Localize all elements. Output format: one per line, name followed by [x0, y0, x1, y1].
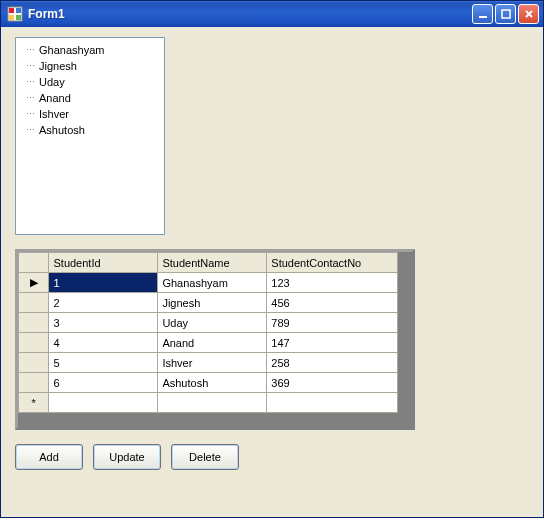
window-frame: Form1 ⋯Ghanashyam ⋯Jignesh ⋯Uday ⋯Anand …	[0, 0, 544, 518]
tree-item[interactable]: ⋯Uday	[18, 74, 162, 90]
tree-item[interactable]: ⋯Ashutosh	[18, 122, 162, 138]
column-header[interactable]: StudentName	[158, 253, 267, 273]
tree-item[interactable]: ⋯Jignesh	[18, 58, 162, 74]
tree-branch-icon: ⋯	[22, 61, 36, 71]
titlebar[interactable]: Form1	[1, 1, 543, 27]
table-row[interactable]: 3 Uday 789	[19, 313, 398, 333]
window-title: Form1	[28, 7, 472, 21]
table-row[interactable]: 4 Anand 147	[19, 333, 398, 353]
cell-studentid[interactable]: 5	[49, 353, 158, 373]
row-header[interactable]	[19, 333, 49, 353]
app-icon	[7, 6, 23, 22]
window-controls	[472, 4, 539, 24]
row-header[interactable]	[19, 313, 49, 333]
tree-item-label: Jignesh	[39, 60, 77, 72]
cell-studentid[interactable]: 1	[49, 273, 158, 293]
new-row[interactable]: *	[19, 393, 398, 413]
tree-item[interactable]: ⋯Anand	[18, 90, 162, 106]
row-header[interactable]	[19, 293, 49, 313]
table-row[interactable]: 6 Ashutosh 369	[19, 373, 398, 393]
cell-empty[interactable]	[158, 393, 267, 413]
table-row[interactable]: 2 Jignesh 456	[19, 293, 398, 313]
row-header-current[interactable]: ▶	[19, 273, 49, 293]
tree-item-label: Ishver	[39, 108, 69, 120]
tree-branch-icon: ⋯	[22, 77, 36, 87]
svg-rect-1	[9, 8, 14, 13]
cell-contact[interactable]: 258	[267, 353, 398, 373]
svg-rect-2	[16, 8, 21, 13]
update-button[interactable]: Update	[93, 444, 161, 470]
table-row[interactable]: 5 Ishver 258	[19, 353, 398, 373]
cell-studentname[interactable]: Jignesh	[158, 293, 267, 313]
treeview[interactable]: ⋯Ghanashyam ⋯Jignesh ⋯Uday ⋯Anand ⋯Ishve…	[15, 37, 165, 235]
tree-branch-icon: ⋯	[22, 93, 36, 103]
tree-item-label: Ghanashyam	[39, 44, 104, 56]
cell-studentname[interactable]: Anand	[158, 333, 267, 353]
svg-rect-6	[502, 10, 510, 18]
row-header[interactable]	[19, 353, 49, 373]
tree-branch-icon: ⋯	[22, 45, 36, 55]
tree-branch-icon: ⋯	[22, 109, 36, 119]
svg-rect-5	[479, 16, 487, 18]
tree-item[interactable]: ⋯Ghanashyam	[18, 42, 162, 58]
cell-contact[interactable]: 147	[267, 333, 398, 353]
cell-studentid[interactable]: 4	[49, 333, 158, 353]
tree-branch-icon: ⋯	[22, 125, 36, 135]
column-header[interactable]: StudentContactNo	[267, 253, 398, 273]
row-header-new[interactable]: *	[19, 393, 49, 413]
corner-header[interactable]	[19, 253, 49, 273]
maximize-button[interactable]	[495, 4, 516, 24]
tree-item-label: Ashutosh	[39, 124, 85, 136]
cell-contact[interactable]: 123	[267, 273, 398, 293]
header-row: StudentId StudentName StudentContactNo	[19, 253, 398, 273]
table-row[interactable]: ▶ 1 Ghanashyam 123	[19, 273, 398, 293]
add-button[interactable]: Add	[15, 444, 83, 470]
cell-contact[interactable]: 369	[267, 373, 398, 393]
tree-item[interactable]: ⋯Ishver	[18, 106, 162, 122]
svg-rect-3	[9, 15, 14, 20]
tree-item-label: Anand	[39, 92, 71, 104]
close-button[interactable]	[518, 4, 539, 24]
button-row: Add Update Delete	[15, 444, 529, 470]
cell-studentname[interactable]: Ashutosh	[158, 373, 267, 393]
delete-button[interactable]: Delete	[171, 444, 239, 470]
cell-empty[interactable]	[49, 393, 158, 413]
cell-studentname[interactable]: Ishver	[158, 353, 267, 373]
column-header[interactable]: StudentId	[49, 253, 158, 273]
datagrid-container: StudentId StudentName StudentContactNo ▶…	[15, 249, 415, 430]
tree-item-label: Uday	[39, 76, 65, 88]
row-header[interactable]	[19, 373, 49, 393]
cell-studentid[interactable]: 6	[49, 373, 158, 393]
cell-contact[interactable]: 789	[267, 313, 398, 333]
cell-contact[interactable]: 456	[267, 293, 398, 313]
cell-studentname[interactable]: Uday	[158, 313, 267, 333]
minimize-button[interactable]	[472, 4, 493, 24]
client-area: ⋯Ghanashyam ⋯Jignesh ⋯Uday ⋯Anand ⋯Ishve…	[1, 27, 543, 517]
cell-studentname[interactable]: Ghanashyam	[158, 273, 267, 293]
cell-studentid[interactable]: 3	[49, 313, 158, 333]
svg-rect-4	[16, 15, 21, 20]
cell-empty[interactable]	[267, 393, 398, 413]
cell-studentid[interactable]: 2	[49, 293, 158, 313]
datagrid[interactable]: StudentId StudentName StudentContactNo ▶…	[18, 252, 398, 413]
